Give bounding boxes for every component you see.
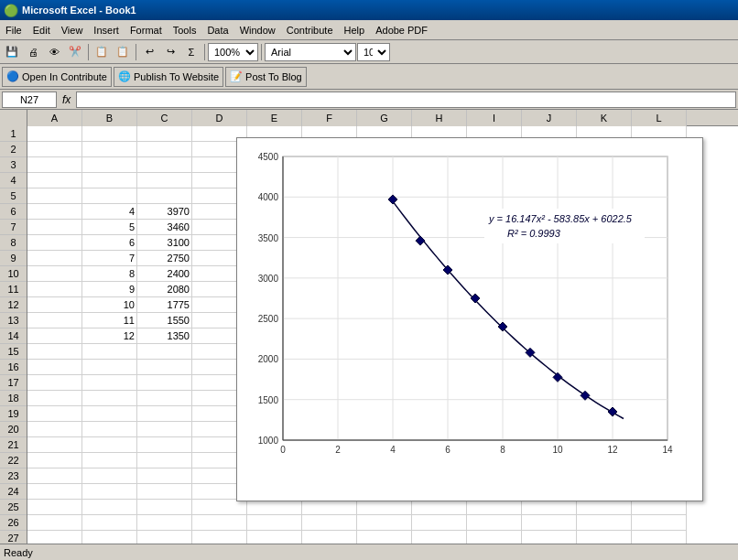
cell-c25[interactable] <box>137 500 192 515</box>
cell-c7[interactable]: 3460 <box>137 220 192 235</box>
cell-i27[interactable] <box>467 531 522 544</box>
cell-d25[interactable] <box>192 500 247 515</box>
cell-c17[interactable] <box>137 375 192 391</box>
cell-k25[interactable] <box>577 500 632 515</box>
cell-c14[interactable]: 1350 <box>137 328 192 344</box>
cell-c18[interactable] <box>137 391 192 406</box>
cell-i26[interactable] <box>467 515 522 531</box>
cell-b1[interactable] <box>82 126 137 142</box>
font-size-select[interactable]: 10 <box>357 43 390 61</box>
cell-a4[interactable] <box>27 173 82 188</box>
cell-c26[interactable] <box>137 515 192 531</box>
cell-j26[interactable] <box>522 515 577 531</box>
formula-input[interactable] <box>76 92 736 108</box>
menu-item-file[interactable]: File <box>0 20 27 39</box>
zoom-select[interactable]: 100% <box>208 43 258 61</box>
cell-a14[interactable] <box>27 328 82 344</box>
cell-b23[interactable] <box>82 468 137 484</box>
cell-h27[interactable] <box>412 531 467 544</box>
cell-k27[interactable] <box>577 531 632 544</box>
cell-f26[interactable] <box>302 515 357 531</box>
menu-item-edit[interactable]: Edit <box>27 20 56 39</box>
cell-b7[interactable]: 5 <box>82 220 137 235</box>
cell-h25[interactable] <box>412 500 467 515</box>
cell-b14[interactable]: 12 <box>82 328 137 344</box>
toolbar-btn-0[interactable]: 💾 <box>2 42 22 62</box>
cell-c11[interactable]: 2080 <box>137 282 192 297</box>
cell-a21[interactable] <box>27 437 82 453</box>
cell-a13[interactable] <box>27 313 82 328</box>
cell-a10[interactable] <box>27 266 82 282</box>
cell-b12[interactable]: 10 <box>82 297 137 313</box>
cell-e27[interactable] <box>247 531 302 544</box>
toolbar-btn-8[interactable]: Σ <box>181 42 201 62</box>
cell-b15[interactable] <box>82 344 137 360</box>
cell-a18[interactable] <box>27 391 82 406</box>
toolbar-btn-7[interactable]: ↪ <box>160 42 180 62</box>
cell-reference-input[interactable] <box>2 92 57 108</box>
cell-b27[interactable] <box>82 531 137 544</box>
cell-g26[interactable] <box>357 515 412 531</box>
menu-item-adobe pdf[interactable]: Adobe PDF <box>370 20 433 39</box>
cell-b8[interactable]: 6 <box>82 235 137 251</box>
cell-a11[interactable] <box>27 282 82 297</box>
cell-b16[interactable] <box>82 360 137 375</box>
cell-b6[interactable]: 4 <box>82 204 137 220</box>
cell-a27[interactable] <box>27 531 82 544</box>
cell-b5[interactable] <box>82 188 137 204</box>
menu-item-view[interactable]: View <box>56 20 89 39</box>
cell-l26[interactable] <box>632 515 687 531</box>
cell-b19[interactable] <box>82 406 137 422</box>
cell-a22[interactable] <box>27 453 82 468</box>
cell-b2[interactable] <box>82 142 137 157</box>
cell-a9[interactable] <box>27 251 82 266</box>
cell-c6[interactable]: 3970 <box>137 204 192 220</box>
cell-g25[interactable] <box>357 500 412 515</box>
cell-b22[interactable] <box>82 453 137 468</box>
open-in-contribute-button[interactable]: 🔵Open In Contribute <box>2 67 112 87</box>
cell-d26[interactable] <box>192 515 247 531</box>
cell-a19[interactable] <box>27 406 82 422</box>
cell-b11[interactable]: 9 <box>82 282 137 297</box>
cell-g27[interactable] <box>357 531 412 544</box>
font-select[interactable]: Arial <box>265 43 356 61</box>
cell-a5[interactable] <box>27 188 82 204</box>
cell-l27[interactable] <box>632 531 687 544</box>
menu-item-format[interactable]: Format <box>125 20 168 39</box>
cell-c12[interactable]: 1775 <box>137 297 192 313</box>
cell-a3[interactable] <box>27 157 82 173</box>
cell-a23[interactable] <box>27 468 82 484</box>
cell-c21[interactable] <box>137 437 192 453</box>
cell-b4[interactable] <box>82 173 137 188</box>
cell-c15[interactable] <box>137 344 192 360</box>
cell-e25[interactable] <box>247 500 302 515</box>
cell-a25[interactable] <box>27 500 82 515</box>
cell-a12[interactable] <box>27 297 82 313</box>
cell-b10[interactable]: 8 <box>82 266 137 282</box>
cell-b26[interactable] <box>82 515 137 531</box>
menu-item-window[interactable]: Window <box>234 20 281 39</box>
cell-c16[interactable] <box>137 360 192 375</box>
cell-a8[interactable] <box>27 235 82 251</box>
menu-item-contribute[interactable]: Contribute <box>281 20 339 39</box>
toolbar-btn-1[interactable]: 🖨 <box>23 42 43 62</box>
cell-a24[interactable] <box>27 484 82 500</box>
toolbar-btn-5[interactable]: 📋 <box>113 42 133 62</box>
cell-h26[interactable] <box>412 515 467 531</box>
publish-to-website-button[interactable]: 🌐Publish To Website <box>114 67 223 87</box>
cell-i25[interactable] <box>467 500 522 515</box>
cell-c5[interactable] <box>137 188 192 204</box>
cell-j27[interactable] <box>522 531 577 544</box>
cell-c22[interactable] <box>137 453 192 468</box>
cell-b25[interactable] <box>82 500 137 515</box>
toolbar-btn-3[interactable]: ✂️ <box>65 42 85 62</box>
cell-a6[interactable] <box>27 204 82 220</box>
cell-a15[interactable] <box>27 344 82 360</box>
cell-c10[interactable]: 2400 <box>137 266 192 282</box>
cell-c19[interactable] <box>137 406 192 422</box>
cell-c8[interactable]: 3100 <box>137 235 192 251</box>
cell-b24[interactable] <box>82 484 137 500</box>
cell-c13[interactable]: 1550 <box>137 313 192 328</box>
menu-item-insert[interactable]: Insert <box>88 20 125 39</box>
cell-b3[interactable] <box>82 157 137 173</box>
